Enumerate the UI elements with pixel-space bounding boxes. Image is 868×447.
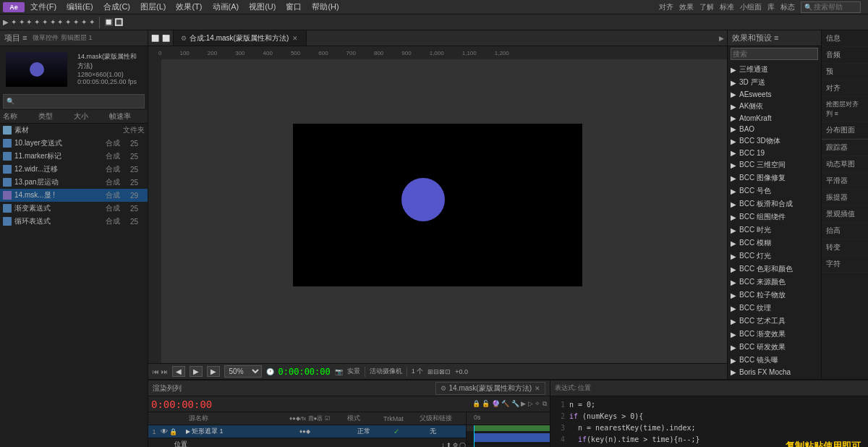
effect-category-aes[interactable]: ▶AEsweets (728, 89, 821, 100)
effects-search-bar[interactable] (728, 46, 821, 61)
effect-category-bccrd[interactable]: ▶BCC 研发效果 (728, 341, 821, 354)
search-help-bar[interactable]: 🔍 (801, 1, 861, 13)
current-time-display[interactable]: 0:00:00:00 (278, 367, 331, 377)
menu-anim[interactable]: 动画(A) (208, 0, 244, 14)
comp-tab-timeline[interactable]: ⚙ 14.mask(蒙版属性和方法) ✕ (435, 382, 545, 395)
info-item-interp[interactable]: 景观插值 (822, 206, 868, 223)
close-icon[interactable]: ✕ (292, 35, 299, 42)
list-item[interactable]: 循环表送式 合成 25 (0, 215, 148, 228)
project-search[interactable]: 🔍 (3, 94, 145, 108)
project-panel-tab[interactable]: 微草控件 剪辑图层 1 (33, 33, 92, 43)
toolbar-panels[interactable]: 小组面 (740, 2, 762, 12)
toolbar-learn[interactable]: 了解 (699, 2, 714, 12)
menu-edit[interactable]: 编辑(E) (62, 0, 98, 14)
search-help-input[interactable] (814, 3, 857, 11)
info-item-transform[interactable]: 转变 (822, 239, 868, 256)
info-item-char[interactable]: 字符 (822, 256, 868, 273)
effect-category-bccpart[interactable]: ▶BCC 粒子物放 (728, 289, 821, 302)
effect-category-bao[interactable]: ▶BAO (728, 124, 821, 135)
comp-tab-active[interactable]: ⚙ 合成:14.mask(蒙版属性和方法) ✕ (174, 30, 307, 46)
expand-arrow[interactable]: ▶ (186, 428, 190, 435)
effect-category-bccgrid[interactable]: ▶BCC 组围绕件 (728, 210, 821, 224)
toolbar-effects[interactable]: 效果 (679, 2, 694, 12)
effect-category-ak[interactable]: ▶AK侧依 (728, 100, 821, 113)
list-item[interactable]: 素材 文件夹 (0, 124, 148, 137)
effect-category-bcctex[interactable]: ▶BCC 纹理 (728, 302, 821, 315)
menu-file[interactable]: 文件(F) (26, 0, 61, 14)
effect-category-bccimg[interactable]: ▶BCC 图像修复 (728, 171, 821, 184)
project-search-input[interactable] (14, 98, 141, 106)
next-frame-btn[interactable]: ▶ (207, 366, 220, 377)
effect-category-bcc3d[interactable]: ▶BCC 3D物体 (728, 135, 821, 148)
effect-category-bccart[interactable]: ▶BCC 艺术工具 (728, 315, 821, 328)
toolbar-align[interactable]: 对齐 (659, 2, 673, 12)
layer-item[interactable]: 1 👁 🔒 ▶ 矩形遮罩 1 ♦●◆ 正常 (148, 425, 466, 438)
list-item[interactable]: 10.layer变送式 合成 25 (0, 137, 148, 150)
effect-category-bccsrc[interactable]: ▶BCC 来源颜色 (728, 276, 821, 289)
eye-icon[interactable]: 👁 (160, 427, 169, 435)
menu-view[interactable]: 视图(U) (244, 0, 280, 14)
comp-tabs: ⬜⬜ ⚙ 合成:14.mask(蒙版属性和方法) ✕ ▶ (148, 30, 727, 46)
work-area-range[interactable] (474, 425, 550, 431)
info-item-smoother[interactable]: 平滑器 (822, 173, 868, 190)
effect-category-bccgrad[interactable]: ▶BCC 渐变效果 (728, 328, 821, 341)
info-item-audio[interactable]: 音频 (822, 47, 868, 64)
menu-effects[interactable]: 效果(T) (171, 0, 206, 14)
playhead[interactable] (474, 425, 475, 447)
info-item-dist[interactable]: 分布图面 (822, 122, 868, 139)
layer-trkmat-val[interactable]: 无 (430, 427, 466, 436)
top-row: ⬜⬜ ⚙ 合成:14.mask(蒙版属性和方法) ✕ ▶ 0 100 (148, 30, 868, 379)
effect-category-bcccolor[interactable]: ▶BCC 号色 (728, 184, 821, 197)
toolbar-state[interactable]: 标态 (780, 2, 795, 12)
timeline-current-time[interactable]: 0:00:00:00 (151, 399, 212, 410)
effect-category-bcc19[interactable]: ▶BCC 19 (728, 148, 821, 158)
list-item[interactable]: 渐变素送式 合成 25 (0, 202, 148, 215)
menu-layer[interactable]: 图层(L) (136, 0, 170, 14)
effect-category-bccexp[interactable]: ▶BCC 镜头曝 (728, 354, 821, 367)
prev-frame-btn[interactable]: ◀ (172, 366, 185, 377)
effect-category-boris[interactable]: ▶Boris FX Mocha (728, 367, 821, 378)
list-item[interactable]: 12.widr...迁移 合成 25 (0, 163, 148, 176)
effect-category-bcctime[interactable]: ▶BCC 时光 (728, 224, 821, 237)
list-item[interactable]: 14.msk...显 ! 合成 29 (0, 189, 148, 202)
toolbar-lib[interactable]: 库 (767, 2, 775, 12)
list-item[interactable]: 13.pan层运动 合成 25 (0, 176, 148, 189)
effect-category-bcclight[interactable]: ▶BCC 灯光 (728, 250, 821, 263)
expr-content[interactable]: 复制粘贴使用即可 可根据需要调节 1 n = 0; 2 if (numKeys … (550, 396, 868, 447)
file-type: 合成 (106, 203, 127, 213)
menu-window[interactable]: 窗口 (281, 0, 306, 14)
file-name: 渐变素送式 (14, 203, 103, 213)
effect-category-3dv[interactable]: ▶3D 严送 (728, 76, 821, 89)
info-item-tracker[interactable]: 跟踪器 (822, 140, 868, 156)
effect-category-3d[interactable]: ▶三维通道 (728, 63, 821, 76)
layer-item-sub[interactable]: 位置 ↕ ⬆ ⚙ ◯ (148, 438, 466, 447)
tab-arrow[interactable]: ▶ (716, 35, 727, 42)
effect-category-bcchue[interactable]: ▶BCC 色彩和颜色 (728, 263, 821, 276)
toolbar-standard[interactable]: 标准 (720, 2, 734, 12)
zoom-select[interactable]: 50% 100% 25% (224, 365, 262, 378)
menu-comp[interactable]: 合成(C) (99, 0, 135, 14)
layer-mode[interactable]: 正常 (357, 427, 393, 436)
list-item[interactable]: 11.marker标记 合成 25 (0, 150, 148, 163)
info-item-info[interactable]: 信息 (822, 30, 868, 47)
sub-layer-area: 位置 (174, 440, 441, 447)
info-item-preview[interactable]: 预 (822, 64, 868, 80)
effect-category-bccblur[interactable]: ▶BCC 模糊 (728, 237, 821, 250)
info-item-lift[interactable]: 抬高 (822, 223, 868, 239)
info-item-align[interactable]: 对齐 (822, 80, 868, 97)
info-item-align2[interactable]: 抢图层对齐判 ≡ (822, 97, 868, 122)
lock-icon[interactable]: 🔒 (169, 428, 177, 435)
effect-label: BCC 3D物体 (739, 136, 780, 146)
info-item-wiggler[interactable]: 振提器 (822, 190, 868, 206)
effect-category-atom[interactable]: ▶AtomKraft (728, 113, 821, 124)
menu-help[interactable]: 帮助(H) (307, 0, 343, 14)
work-area-bar[interactable] (467, 425, 550, 431)
info-item-motion[interactable]: 动态草图 (822, 156, 868, 173)
effects-search-input[interactable] (731, 48, 818, 60)
close-timeline-tab[interactable]: ✕ (535, 385, 540, 392)
layer-track-bar[interactable] (474, 433, 550, 442)
effect-category-bccpanel[interactable]: ▶BCC 板滑和合成 (728, 197, 821, 210)
play-btn[interactable]: ▶ (190, 366, 203, 377)
file-size: 25 (130, 140, 145, 148)
effect-category-bcc3ds[interactable]: ▶BCC 三维空间 (728, 158, 821, 171)
